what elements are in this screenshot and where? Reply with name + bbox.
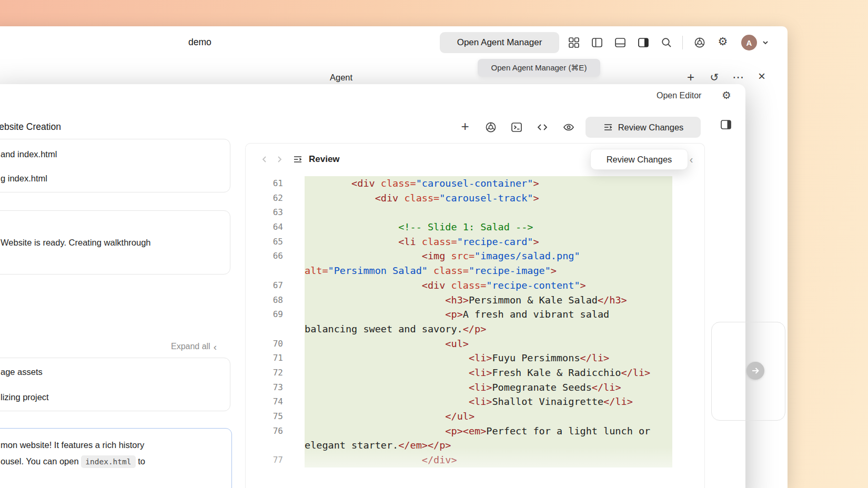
more-options-icon[interactable]: ⋯ xyxy=(732,71,744,84)
chevron-left-icon: ‹ xyxy=(214,342,217,352)
nav-back-icon[interactable] xyxy=(258,152,271,167)
review-changes-icon xyxy=(603,122,613,133)
close-icon[interactable]: × xyxy=(755,70,768,83)
code-row: 76<p><em>Perfect for a light lunch or xyxy=(246,424,704,439)
file-item[interactable]: g index.html xyxy=(1,166,230,190)
code-row: 62<div class="carousel-track"> xyxy=(246,191,704,206)
code-row: 74<li>Shallot Vinaigrette</li> xyxy=(246,394,704,409)
history-icon[interactable]: ↺ xyxy=(708,71,721,84)
message-text: to xyxy=(136,456,145,466)
code-row: 66<img src="images/salad.png" xyxy=(246,249,704,263)
dashboard-icon[interactable] xyxy=(568,36,580,49)
open-in-browser-icon[interactable] xyxy=(485,121,497,134)
step-item[interactable]: lizing project xyxy=(1,384,230,410)
preview-eye-icon[interactable] xyxy=(562,121,575,134)
code-lines[interactable]: 61<div class="carousel-container">62<div… xyxy=(246,176,704,488)
code-row: 69<p>A fresh and vibrant salad xyxy=(246,307,704,322)
code-row: 67<div class="recipe-content"> xyxy=(246,278,704,293)
panel-settings-gear-icon[interactable]: ⚙ xyxy=(722,89,731,101)
open-editor-button[interactable]: Open Editor xyxy=(657,91,701,100)
agent-manager-tooltip: Open Agent Manager (⌘E) xyxy=(478,59,600,77)
step-item[interactable]: age assets xyxy=(1,359,230,384)
add-icon[interactable]: + xyxy=(459,120,471,133)
review-changes-button[interactable]: Review Changes xyxy=(586,117,701,138)
nav-forward-icon[interactable] xyxy=(272,152,286,167)
inline-code-chip[interactable]: index.html xyxy=(81,455,135,468)
code-row: 70<ul> xyxy=(246,337,704,351)
terminal-icon[interactable] xyxy=(510,121,523,134)
review-changes-label: Review Changes xyxy=(618,123,684,133)
panel-right-icon-active[interactable] xyxy=(637,36,650,49)
tab-agent[interactable]: Agent xyxy=(330,73,352,83)
panel-bottom-icon[interactable] xyxy=(614,36,627,49)
avatar[interactable]: A xyxy=(741,35,757,50)
chevron-down-icon[interactable] xyxy=(761,39,770,46)
code-row: 72<li>Fresh Kale & Radicchio</li> xyxy=(246,365,704,380)
code-icon[interactable] xyxy=(536,121,549,134)
file-item[interactable]: and index.html xyxy=(1,142,230,166)
tab-review[interactable]: Review xyxy=(292,152,340,167)
toolbar-divider xyxy=(682,36,683,49)
code-row: 64<!-- Slide 1: Salad --> xyxy=(246,220,704,235)
browser-icon[interactable] xyxy=(693,36,706,49)
expand-all-label: Expand all xyxy=(171,342,210,351)
code-row: 68<h3>Persimmon & Kale Salad</h3> xyxy=(246,293,704,308)
steps-card: age assets lizing project xyxy=(0,358,230,411)
panel-left-icon[interactable] xyxy=(591,36,603,49)
review-tab-label: Review xyxy=(309,154,340,165)
code-row: 65<li class="recipe-card"> xyxy=(246,235,704,249)
code-row: 63 xyxy=(246,205,704,220)
code-row: elegant starter.</em></p> xyxy=(246,438,704,453)
status-card: Website is ready. Creating walkthrough xyxy=(0,210,230,274)
toggle-right-panel-icon[interactable] xyxy=(720,118,732,131)
code-row: alt="Persimmon Salad" class="recipe-imag… xyxy=(246,263,704,278)
review-changes-tooltip: Review Changes xyxy=(590,149,688,170)
message-line: mon website! It features a rich history xyxy=(1,437,223,453)
expand-all-button[interactable]: Expand all ‹ xyxy=(145,339,217,354)
code-row: 75</ul> xyxy=(246,409,704,424)
open-agent-manager-button[interactable]: Open Agent Manager xyxy=(440,32,559,53)
message-text: ousel. You can open xyxy=(1,456,81,466)
code-row: balancing sweet and savory.</p> xyxy=(246,322,704,337)
window-title: demo xyxy=(188,37,211,48)
message-line: ousel. You can open index.html to xyxy=(1,453,223,470)
new-chat-icon[interactable]: + xyxy=(684,71,697,84)
status-text: Website is ready. Creating walkthrough xyxy=(1,238,151,248)
agent-panel: Open Editor ⚙ Website Creation and index… xyxy=(0,84,745,488)
file-list-card: and index.html g index.html xyxy=(0,139,230,192)
code-row: 73<li>Pomegranate Seeds</li> xyxy=(246,380,704,395)
code-row: 61<div class="carousel-container"> xyxy=(246,176,704,191)
code-row: 71<li>Fuyu Persimmons</li> xyxy=(246,351,704,365)
code-row: 77</div> xyxy=(246,453,704,467)
search-icon[interactable] xyxy=(660,36,673,49)
assistant-message-card: mon website! It features a rich history … xyxy=(0,428,232,488)
chat-title: Website Creation xyxy=(0,121,61,133)
carousel-next-button[interactable] xyxy=(746,362,764,380)
settings-gear-icon[interactable]: ⚙ xyxy=(716,35,729,48)
review-tab-icon xyxy=(292,154,303,165)
